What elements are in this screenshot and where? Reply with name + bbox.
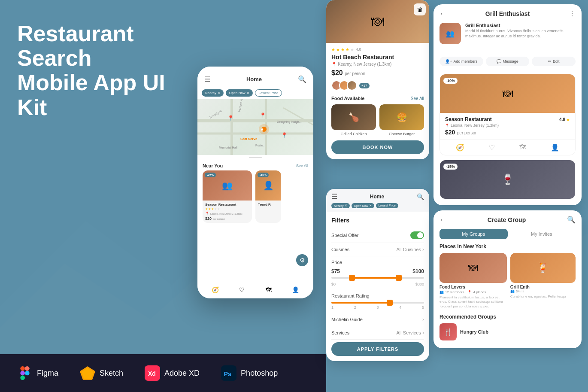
detail-name: Hot Beach Restaurant: [331, 54, 424, 61]
nav-profile[interactable]: 👤: [291, 286, 300, 294]
range-max: $300: [415, 282, 424, 286]
price-thumb-left[interactable]: [349, 275, 355, 281]
michelin-chevron: ›: [422, 316, 424, 322]
place2-name: Grill Enth: [510, 285, 576, 289]
tool-xd: Xd Adobe XD: [145, 365, 200, 381]
rating-fill: [331, 302, 391, 304]
card2-name: Trend R: [258, 203, 279, 207]
price-range-fill: [350, 277, 401, 279]
price-min: $75: [331, 268, 340, 274]
services-row[interactable]: Services All Services ›: [331, 326, 424, 340]
near-you-see-all[interactable]: See All: [296, 164, 308, 168]
figma-label: Figma: [37, 369, 58, 378]
phone-bottom-nav: 🧭 ♡ 🗺 👤: [197, 281, 313, 298]
tab-my-groups[interactable]: My Groups: [439, 229, 508, 239]
apply-filters-button[interactable]: APPLY FILTERS: [331, 342, 424, 356]
card1-discount: -25%: [205, 173, 216, 177]
grill-card1-name: Season Restaurant: [445, 116, 492, 122]
food-section: Food Available See All 🍗 Grilled Chicken: [331, 96, 424, 136]
hamburger-icon: ☰: [204, 75, 210, 83]
services-value: All Services ›: [397, 330, 424, 336]
message-button[interactable]: 💬 Message: [486, 57, 530, 66]
near-you-header: Near You See All: [197, 160, 313, 170]
card1-nav-explore[interactable]: 🧭: [456, 143, 464, 152]
lowest-price-filter[interactable]: Lowest Price: [376, 203, 398, 208]
cuisines-value: All Cuisines ›: [397, 246, 424, 252]
food-item-2: 🍔 Cheese Burger: [379, 104, 424, 136]
svg-text:Memorial Hall: Memorial Hall: [219, 146, 237, 149]
nav-favorites[interactable]: ♡: [238, 286, 246, 294]
group-search-icon[interactable]: 🔍: [567, 216, 576, 224]
trash-icon[interactable]: 🗑: [414, 3, 426, 15]
right-column: ← Grill Enthusiast ⋮ 👥 Grill Enthusiast …: [433, 4, 582, 348]
open-now-filter[interactable]: Open Now ✕: [352, 203, 374, 208]
edit-button[interactable]: ✏ Edit: [532, 57, 576, 66]
special-offer-toggle[interactable]: [410, 231, 424, 239]
add-members-button[interactable]: 👤+ Add members: [439, 57, 483, 66]
search-icon[interactable]: 🔍: [298, 75, 306, 83]
places-section: Places in New York 🍽 Food Lovers 👥 12 me…: [433, 243, 582, 309]
svg-text:Beverly Pl: Beverly Pl: [209, 109, 223, 119]
card1-nav-profile[interactable]: 👤: [551, 143, 559, 152]
phone-map: Beverly Pl Ventura Ave Posie... Designin…: [197, 99, 313, 155]
detail-price: $20: [331, 69, 343, 76]
group-header: ← Create Group 🔍: [433, 210, 582, 229]
right-panels: 🍽 🗑 ★ ★ ★ ★ ★ 4.0 Hot Beach Restaurant 📍…: [326, 0, 588, 392]
cuisines-row[interactable]: Cuisines All Cuisines ›: [331, 243, 424, 256]
xd-icon: Xd: [145, 365, 160, 381]
rating-1: 1: [331, 305, 333, 310]
rating-nums: 1 2 3 4 5: [331, 305, 424, 310]
services-label: Services: [331, 330, 349, 335]
open-now-tag[interactable]: Open Now ✕: [226, 89, 253, 97]
grill-list: 👥 Grill Enthusiast Morbi id tincidunt pu…: [433, 23, 582, 53]
nav-explore[interactable]: 🧭: [211, 286, 219, 294]
nearby-filter[interactable]: Nearby ✕: [331, 203, 350, 208]
filters-phone-header: ☰ Home 🔍: [331, 192, 424, 203]
card2-image: 👤 -10%: [255, 170, 281, 201]
michelin-row[interactable]: Michelin Guide ›: [331, 313, 424, 326]
nav-map[interactable]: 🗺: [264, 286, 273, 294]
rating-thumb[interactable]: [387, 300, 393, 306]
svg-point-6: [25, 371, 30, 376]
filter-tags: Nearby ✕ Open Now ✕ Lowest Price: [197, 87, 313, 99]
price-section: Price $75 $100 $0 $300: [331, 256, 424, 290]
card1-nav-map[interactable]: 🗺: [519, 143, 526, 152]
grill-back-icon[interactable]: ←: [439, 10, 446, 18]
card1-nav-heart[interactable]: ♡: [489, 143, 495, 152]
sketch-icon: [80, 365, 95, 381]
group-back-icon[interactable]: ←: [439, 216, 446, 224]
svg-text:Xd: Xd: [148, 370, 156, 377]
grill-panel-title: Grill Enthusiast: [485, 10, 530, 17]
rating-5: 5: [422, 305, 424, 310]
grill-card1-price: $20 per person: [445, 128, 570, 136]
sketch-label: Sketch: [100, 369, 123, 378]
bottom-toolbar: Figma Sketch Xd Adobe XD: [0, 354, 326, 392]
rec-item-1: 🍴 Hungry Club: [439, 323, 576, 340]
ps-icon: Ps: [221, 365, 236, 381]
filters-hamburger: ☰: [331, 192, 337, 201]
grill-more-icon[interactable]: ⋮: [569, 9, 576, 18]
svg-text:📍: 📍: [281, 132, 288, 138]
photoshop-label: Photoshop: [241, 369, 278, 378]
detail-stars: ★ ★ ★ ★ ★ 4.0: [326, 43, 429, 54]
grill-rest-card-2: 🍷 -15%: [439, 160, 576, 199]
tab-my-invites[interactable]: My Invites: [508, 229, 576, 239]
lowest-price-tag[interactable]: Lowest Price: [255, 89, 282, 97]
svg-text:Soft Serve: Soft Serve: [240, 137, 258, 141]
filters-search-icon[interactable]: 🔍: [417, 193, 424, 200]
price-thumb-right[interactable]: [396, 275, 402, 281]
food2-image: 🍔: [379, 104, 424, 130]
book-now-button[interactable]: BOOK NOW: [331, 140, 424, 154]
recommended-section: Recommended Groups 🍴 Hungry Club: [433, 314, 582, 348]
rating-section: Restaurant Rating 1 2 3 4 5: [331, 290, 424, 313]
svg-rect-3: [25, 366, 30, 371]
nearby-tag[interactable]: Nearby ✕: [202, 89, 224, 97]
food-see-all[interactable]: See All: [411, 96, 424, 101]
card1-location: 📍 Leonia, New Jersey (1.2km): [205, 212, 249, 216]
card1-image: 👥 -25%: [203, 170, 252, 201]
phone-mockup: ☰ Home 🔍 Nearby ✕ Open Now ✕ Lowest Pric…: [197, 67, 313, 298]
detail-panel-wrapper: 🍽 🗑 ★ ★ ★ ★ ★ 4.0 Hot Beach Restaurant 📍…: [326, 0, 433, 185]
grill-card2-discount: -15%: [443, 164, 458, 170]
price-range-track: [331, 277, 424, 279]
figma-icon: [17, 365, 33, 381]
